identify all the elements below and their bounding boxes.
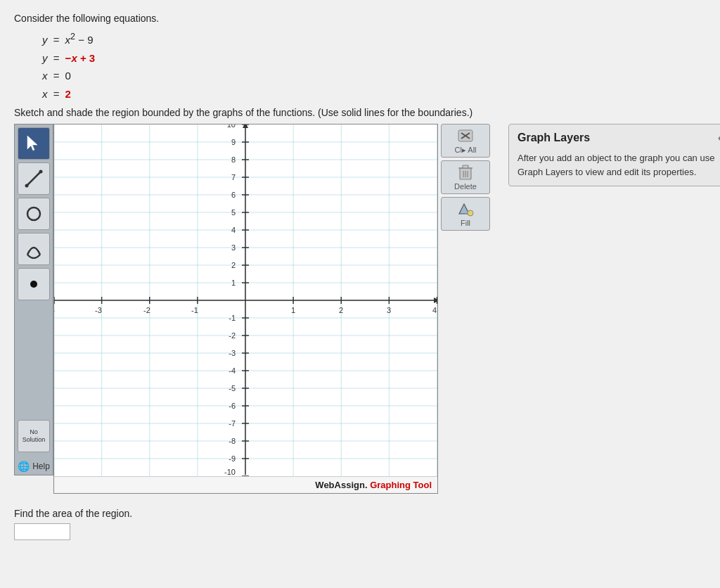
y-label-n2: -2 xyxy=(229,331,236,340)
svg-point-2 xyxy=(25,184,29,188)
eq2-rhs: −x + 3 xyxy=(65,49,96,68)
eq4-op: = xyxy=(51,85,63,103)
eq2: y = −x + 3 xyxy=(42,49,706,68)
eq2-lhs: y xyxy=(42,49,48,68)
help-icon: 🌐 xyxy=(18,461,30,472)
graph-container: -4 -3 -2 -1 1 2 3 4 10 9 8 7 xyxy=(53,124,438,494)
graphing-tool-text: Graphing Tool xyxy=(370,480,432,490)
eq1: y = x2 − 9 xyxy=(42,30,706,49)
x-label-n2: -2 xyxy=(143,306,150,314)
webassign-brand: WebAssign. Graphing Tool xyxy=(54,476,437,493)
clear-all-button[interactable]: Cl▸ All xyxy=(441,124,490,158)
y-label-4: 4 xyxy=(231,226,236,234)
clear-all-icon xyxy=(457,127,474,144)
x-label-4: 4 xyxy=(432,306,437,314)
svg-point-4 xyxy=(27,207,40,220)
right-panel-area: Cl▸ All Delete Fill xyxy=(438,124,720,231)
eq3: x = 0 xyxy=(42,67,706,85)
eq1-op: = xyxy=(51,31,63,49)
y-label-3: 3 xyxy=(231,243,236,252)
line-icon xyxy=(24,169,44,188)
y-label-n9: -9 xyxy=(229,454,236,463)
svg-rect-74 xyxy=(463,165,468,168)
y-label-n1: -1 xyxy=(229,314,236,322)
y-label-5: 5 xyxy=(231,208,236,217)
no-solution-label: No Solution xyxy=(22,428,46,444)
x-label-n3: -3 xyxy=(95,306,102,314)
graphing-area: No Solution 🌐 Help xyxy=(14,124,706,494)
right-panel: Cl▸ All Delete Fill xyxy=(441,124,497,231)
y-label-9: 9 xyxy=(231,138,236,146)
sketch-label: Sketch and shade the region bounded by t… xyxy=(14,107,706,118)
svg-point-78 xyxy=(468,210,473,216)
eq4-rhs: 2 xyxy=(65,85,71,103)
delete-button[interactable]: Delete xyxy=(441,160,490,194)
eq1-lhs: y xyxy=(42,31,48,49)
y-label-n4: -4 xyxy=(229,366,236,375)
eq3-rhs: 0 xyxy=(65,67,71,85)
no-solution-button[interactable]: No Solution xyxy=(18,420,50,452)
delete-label: Delete xyxy=(454,182,477,191)
toolbar: No Solution 🌐 Help xyxy=(14,124,53,475)
eq4: x = 2 xyxy=(42,85,706,103)
svg-line-1 xyxy=(27,172,41,186)
graph-layers-body: After you add an object to the graph you… xyxy=(518,151,720,179)
parabola-tool[interactable] xyxy=(18,233,50,265)
svg-point-5 xyxy=(30,281,37,288)
x-label-n4: -4 xyxy=(54,306,55,314)
line-tool[interactable] xyxy=(18,162,50,195)
fill-icon xyxy=(457,200,474,217)
find-area-label: Find the area of the region. xyxy=(14,508,706,519)
y-label-n3: -3 xyxy=(229,349,236,357)
y-label-n7: -7 xyxy=(229,419,236,428)
y-label-1: 1 xyxy=(231,279,236,287)
clear-all-label: Cl▸ All xyxy=(454,146,476,155)
svg-point-3 xyxy=(39,170,43,174)
graph-layers-panel: Graph Layers « After you add an object t… xyxy=(508,124,720,186)
graph-layers-title: Graph Layers xyxy=(518,132,590,144)
graph-svg[interactable]: -4 -3 -2 -1 1 2 3 4 10 9 8 7 xyxy=(54,124,437,476)
eq3-op: = xyxy=(51,67,63,85)
x-label-3: 3 xyxy=(387,306,391,314)
fill-button[interactable]: Fill xyxy=(441,197,490,231)
delete-icon xyxy=(457,164,474,181)
cursor-tool[interactable] xyxy=(18,127,50,160)
point-icon xyxy=(24,274,44,294)
y-label-2: 2 xyxy=(231,261,236,269)
eq4-lhs: x xyxy=(42,85,48,103)
x-label-2: 2 xyxy=(339,306,343,314)
y-label-8: 8 xyxy=(231,155,236,164)
y-label-n10: -10 xyxy=(224,468,236,476)
parabola-icon xyxy=(24,239,44,259)
graph-layers-header: Graph Layers « xyxy=(518,132,720,144)
x-label-1: 1 xyxy=(291,306,295,314)
x-label-n1: -1 xyxy=(191,306,198,314)
y-label-7: 7 xyxy=(231,173,236,181)
bottom-section: Find the area of the region. xyxy=(14,508,706,540)
eq2-op: = xyxy=(51,49,63,68)
svg-marker-0 xyxy=(27,136,37,151)
cursor-icon xyxy=(24,134,44,153)
area-answer-input[interactable] xyxy=(14,523,70,540)
y-label-n8: -8 xyxy=(229,437,236,445)
eq1-rhs: x2 − 9 xyxy=(65,30,94,49)
webassign-text: WebAssign. xyxy=(315,480,367,490)
help-button[interactable]: 🌐 Help xyxy=(18,455,50,472)
circle-icon xyxy=(24,204,44,224)
y-label-10: 10 xyxy=(227,124,236,129)
equations-block: y = x2 − 9 y = −x + 3 x = 0 x = 2 xyxy=(42,30,706,103)
y-label-n6: -6 xyxy=(229,402,236,410)
help-label: Help xyxy=(32,461,50,471)
point-tool[interactable] xyxy=(18,268,50,300)
circle-tool[interactable] xyxy=(18,198,50,230)
fill-label: Fill xyxy=(461,219,470,227)
y-label-n5: -5 xyxy=(229,384,236,392)
eq3-lhs: x xyxy=(42,67,48,85)
intro-text: Consider the following equations. xyxy=(14,13,706,24)
y-label-6: 6 xyxy=(231,191,236,199)
